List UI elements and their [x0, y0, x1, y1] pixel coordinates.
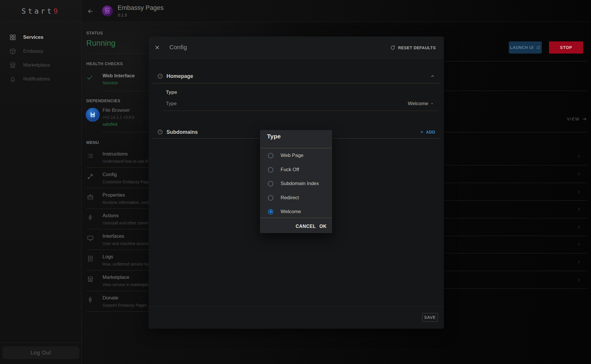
page-version: 0.1.3	[118, 13, 127, 17]
homepage-section-header[interactable]: ? Homepage	[157, 73, 435, 79]
type-group-label: Type	[166, 89, 177, 95]
config-modal-title: Config	[169, 44, 187, 51]
launch-ui-button[interactable]: LAUNCH UI	[509, 41, 542, 54]
logo-text: Start	[21, 7, 53, 15]
svg-text:B: B	[89, 297, 92, 302]
dependency-status: satisfied	[103, 122, 117, 127]
menu-item-title: Marketplace	[103, 275, 129, 280]
radio-icon	[268, 181, 273, 186]
chevron-right-icon	[577, 189, 581, 194]
start9-logo: Start9	[0, 0, 81, 22]
add-subdomain-label: ADD	[426, 130, 435, 134]
sidebar-item-services[interactable]: Services	[0, 30, 81, 44]
type-dialog: Type Web Page Fuck Off Subdomain Index R…	[260, 130, 332, 233]
radio-option-redirect[interactable]: Redirect	[268, 195, 299, 201]
chevron-right-icon	[577, 260, 581, 264]
logout-button[interactable]: Log Out	[2, 346, 79, 359]
service-avatar	[102, 6, 113, 17]
caret-down-icon	[430, 102, 434, 106]
briefcase-icon	[87, 193, 94, 200]
radio-option-welcome[interactable]: Welcome	[268, 209, 301, 215]
svg-text:?: ?	[159, 75, 161, 78]
check-icon	[86, 74, 93, 81]
cancel-button[interactable]: CANCEL	[296, 224, 316, 229]
menu-item-subtitle: View service in marketplace	[103, 282, 153, 287]
radio-option-label: Welcome	[281, 209, 301, 215]
menu-item-title: Instructions	[103, 151, 128, 157]
svg-text:?: ?	[159, 131, 161, 133]
menu-item-title: Logs	[103, 254, 113, 260]
storefront-icon	[87, 276, 94, 283]
storefront-icon	[9, 62, 16, 69]
radio-option-web-page[interactable]: Web Page	[268, 153, 303, 158]
view-dependency-link[interactable]: VIEW	[567, 116, 587, 122]
chevron-right-icon	[577, 207, 581, 212]
view-label: VIEW	[567, 117, 580, 121]
menu-item-title: Interfaces	[103, 233, 124, 239]
sidebar-item-label: Embassy	[23, 48, 43, 54]
menu-item-subtitle: Customize Embassy Pages	[103, 180, 152, 184]
logo-accent: 9	[54, 7, 60, 15]
help-circle-icon: ?	[157, 129, 163, 135]
subdomains-section-title: Subdomains	[166, 129, 198, 135]
sidebar-item-marketplace[interactable]: Marketplace	[0, 58, 81, 72]
chevron-right-icon	[577, 172, 581, 176]
app-window: Start9 Services Embassy Marketplace Noti…	[0, 0, 591, 364]
health-check-name: Web Interface	[103, 73, 135, 79]
type-field-underline	[163, 111, 439, 111]
dependencies-heading: DEPENDENCIES	[86, 98, 120, 103]
help-circle-icon: ?	[157, 73, 163, 79]
sidebar-item-label: Services	[23, 34, 43, 40]
refresh-icon	[390, 45, 396, 50]
arrow-right-icon	[582, 116, 587, 122]
chevron-up-icon[interactable]	[430, 74, 435, 79]
bell-icon	[9, 76, 16, 83]
list-icon	[87, 152, 94, 159]
menu-item-title: Actions	[103, 213, 119, 219]
radio-option-label: Redirect	[281, 195, 299, 201]
sidebar-item-notifications[interactable]: Notifications	[0, 72, 81, 86]
close-icon[interactable]	[154, 45, 160, 50]
chevron-right-icon	[577, 154, 581, 159]
logs-icon	[87, 255, 94, 262]
lightning-icon	[87, 214, 94, 221]
radio-option-subdomain-index[interactable]: Subdomain Index	[268, 181, 319, 186]
homepage-section-title: Homepage	[166, 73, 193, 79]
status-value: Running	[86, 39, 116, 48]
chevron-right-icon	[577, 277, 581, 282]
launch-ui-label: LAUNCH UI	[510, 45, 534, 50]
type-dialog-footer-divider	[260, 218, 332, 218]
logout-divider	[0, 343, 82, 343]
menu-item-subtitle: Raw, unfiltered service logs	[103, 262, 152, 266]
menu-item-title: Properties	[103, 192, 125, 198]
back-icon[interactable]	[87, 8, 94, 15]
file-browser-icon	[86, 108, 100, 122]
radio-icon	[268, 153, 273, 158]
radio-icon	[268, 167, 273, 173]
menu-item-subtitle: Support Embassy Pages	[103, 303, 147, 308]
tools-icon	[87, 173, 94, 180]
external-link-icon	[536, 45, 541, 50]
sidebar-item-label: Marketplace	[23, 62, 50, 68]
chevron-right-icon	[577, 225, 581, 229]
stop-button[interactable]: STOP	[549, 41, 583, 54]
add-subdomain-button[interactable]: ADD	[420, 130, 435, 134]
status-heading: STATUS	[86, 31, 103, 35]
grid-icon	[9, 34, 16, 41]
dependency-version-range: >=2.14.1.1 <3.0.0	[103, 115, 134, 120]
type-dialog-header-divider	[260, 148, 332, 148]
radio-option-label: Fuck Off	[281, 167, 299, 173]
radio-option-fuck-off[interactable]: Fuck Off	[268, 167, 299, 173]
radio-option-label: Subdomain Index	[281, 181, 319, 186]
sidebar: Start9 Services Embassy Marketplace Noti…	[0, 0, 82, 364]
sidebar-item-embassy[interactable]: Embassy	[0, 44, 81, 58]
type-select[interactable]: Welcome	[408, 101, 434, 107]
page-title: Embassy Pages	[118, 4, 164, 12]
radio-icon	[268, 209, 273, 215]
type-dialog-title: Type	[267, 133, 281, 140]
health-check-result: Success	[103, 81, 118, 85]
save-button[interactable]: SAVE	[422, 313, 438, 322]
ok-button[interactable]: OK	[319, 224, 327, 229]
reset-defaults-button[interactable]: RESET DEFAULTS	[390, 45, 436, 50]
health-checks-heading: HEALTH CHECKS	[86, 61, 123, 66]
